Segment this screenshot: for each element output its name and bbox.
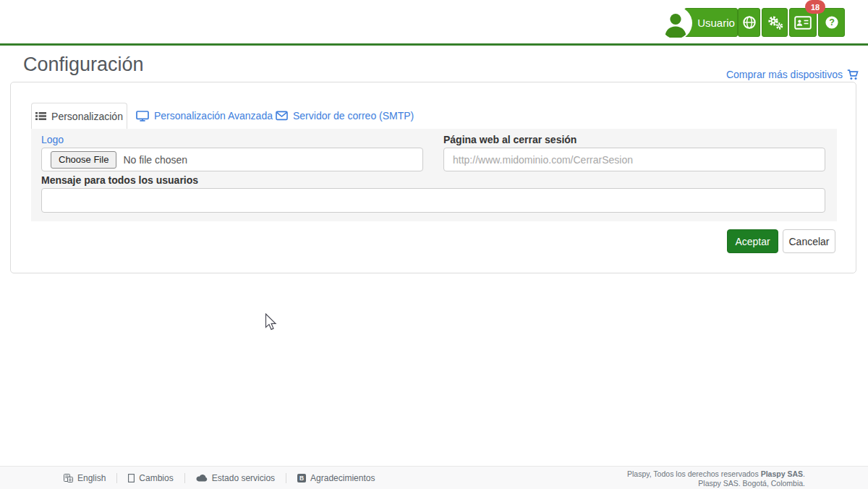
- desktop-icon: [136, 111, 149, 122]
- user-avatar-icon: [661, 9, 690, 38]
- user-menu-button[interactable]: Usuario: [684, 8, 738, 37]
- tab-advanced-personalization[interactable]: Personalización Avanzada: [136, 103, 273, 129]
- configuration-page: Usuario: [0, 0, 868, 489]
- logout-url-label: Página web al cerrar sesión: [443, 134, 576, 145]
- footer: English Cambios Estado servicios: [0, 466, 868, 489]
- footer-divider: [184, 473, 185, 483]
- footer-link-credits[interactable]: B Agradecimientos: [297, 473, 375, 483]
- envelope-icon: [276, 111, 288, 121]
- buy-devices-link[interactable]: Comprar más dispositivos: [726, 69, 859, 80]
- buy-devices-label: Comprar más dispositivos: [726, 69, 843, 80]
- logout-url-input[interactable]: [443, 148, 825, 171]
- copyright-prefix: Plaspy, Todos los derechos reservados: [627, 469, 759, 478]
- footer-link-service-status[interactable]: Estado servicios: [196, 473, 275, 483]
- tab-personalization-label: Personalización: [51, 111, 123, 122]
- footer-divider: [116, 473, 117, 483]
- question-icon: ?: [825, 15, 839, 30]
- tab-personalization[interactable]: Personalización: [31, 103, 127, 129]
- footer-divider: [286, 473, 286, 483]
- footer-link-language[interactable]: English: [64, 473, 106, 483]
- cancel-button[interactable]: Cancelar: [783, 229, 835, 253]
- language-globe-button[interactable]: [738, 8, 760, 37]
- logo-label[interactable]: Logo: [41, 134, 64, 145]
- choose-file-button[interactable]: Choose File: [51, 151, 116, 169]
- logo-file-input[interactable]: Choose File No file chosen: [41, 148, 423, 171]
- settings-card: Personalización Personalización Avanzada…: [10, 82, 856, 273]
- footer-credits-label: Agradecimientos: [310, 473, 375, 483]
- avatar[interactable]: [659, 7, 692, 40]
- gears-icon: [765, 14, 784, 31]
- tab-smtp-server[interactable]: Servidor de correo (SMTP): [276, 103, 414, 129]
- accept-label: Aceptar: [735, 236, 770, 247]
- globe-icon: [742, 15, 757, 30]
- credits-badge-icon: B: [297, 474, 306, 482]
- cancel-label: Cancelar: [788, 236, 829, 247]
- footer-copyright: Plaspy, Todos los derechos reservadosPla…: [627, 469, 805, 488]
- choose-file-label: Choose File: [59, 154, 109, 165]
- broadcast-message-label: Mensaje para todos los usuarios: [41, 174, 198, 186]
- tab-advanced-label: Personalización Avanzada: [154, 110, 273, 122]
- file-status-text: No file chosen: [123, 154, 187, 166]
- svg-text:B: B: [299, 475, 304, 482]
- copyright-suffix: .: [803, 469, 805, 478]
- notification-count: 18: [811, 3, 820, 12]
- copyright-company: Plaspy SAS: [761, 469, 803, 478]
- id-card-icon: [794, 16, 812, 30]
- notification-badge[interactable]: 18: [805, 0, 825, 14]
- page-title: Configuración: [23, 54, 144, 76]
- copyright-line2: Plaspy SAS. Bogotá, Colombia.: [627, 479, 805, 488]
- footer-links: English Cambios Estado servicios: [64, 467, 375, 489]
- footer-status-label: Estado servicios: [212, 473, 275, 483]
- user-menu-label: Usuario: [697, 17, 735, 29]
- copyright-line1: Plaspy, Todos los derechos reservadosPla…: [627, 469, 805, 479]
- broadcast-message-input[interactable]: [41, 188, 825, 213]
- box-glyph-icon: [128, 474, 135, 482]
- accept-button[interactable]: Aceptar: [727, 229, 778, 253]
- tab-smtp-label: Servidor de correo (SMTP): [293, 110, 414, 122]
- cloud-icon: [196, 474, 208, 482]
- footer-language-label: English: [77, 473, 106, 483]
- shopping-cart-icon: [847, 69, 859, 80]
- personalization-pane: Logo Choose File No file chosen Página w…: [31, 129, 837, 221]
- top-header: Usuario: [0, 0, 868, 46]
- settings-button[interactable]: [762, 8, 788, 37]
- footer-changes-label: Cambios: [139, 473, 173, 483]
- list-icon: [35, 111, 46, 121]
- mouse-cursor: [265, 313, 277, 331]
- footer-link-changes[interactable]: Cambios: [128, 473, 173, 483]
- svg-text:?: ?: [829, 17, 835, 27]
- language-icon: [64, 474, 73, 482]
